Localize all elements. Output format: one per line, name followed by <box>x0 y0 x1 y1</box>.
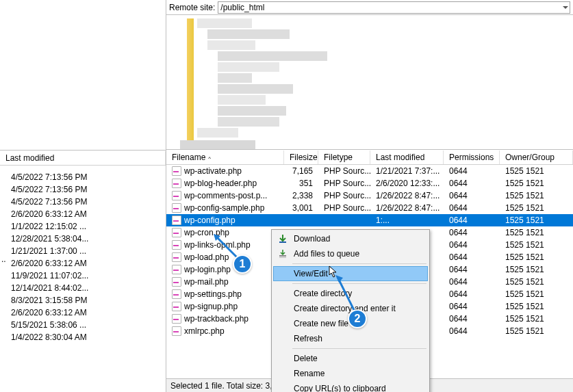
col-filetype[interactable]: Filetype <box>318 151 370 164</box>
list-item[interactable]: 5/15/2021 5:38:06 ... <box>0 319 166 331</box>
col-modified[interactable]: Last modified <box>370 151 444 164</box>
list-item[interactable]: 2/6/2020 6:33:12 AM <box>0 257 166 270</box>
menu-rename[interactable]: Rename <box>273 366 428 381</box>
remote-site-label: Remote site: <box>169 3 215 12</box>
annotation-badge-1: 1 <box>233 254 252 274</box>
list-item[interactable]: 4/5/2022 7:13:56 PM <box>0 183 166 196</box>
list-item[interactable]: 1/1/2022 12:15:02 ... <box>0 220 166 233</box>
annotation-arrow-2 <box>334 274 361 315</box>
list-item[interactable]: 8/3/2021 3:15:58 PM <box>0 294 166 306</box>
php-file-icon <box>172 215 181 225</box>
svg-rect-0 <box>279 241 286 243</box>
truncation-indicator: .. <box>1 254 6 264</box>
annotation-badge-2: 2 <box>348 309 367 328</box>
svg-rect-2 <box>279 257 286 258</box>
php-file-icon <box>172 179 181 188</box>
col-owner[interactable]: Owner/Group <box>500 151 573 164</box>
list-item[interactable]: 4/5/2022 7:13:56 PM <box>0 171 166 183</box>
list-item[interactable]: 1/4/2022 8:30:04 AM <box>0 331 166 343</box>
table-row[interactable]: wp-blog-header.php351PHP Sourc...2/6/202… <box>166 177 573 190</box>
list-item[interactable]: 2/6/2020 6:33:12 AM <box>0 208 166 220</box>
php-file-icon <box>172 289 181 299</box>
remote-path-input[interactable]: /public_html <box>218 1 570 14</box>
php-file-icon <box>172 240 181 250</box>
col-filename[interactable]: Filename^ <box>166 151 284 164</box>
menu-refresh[interactable]: Refresh <box>273 331 428 346</box>
col-perms[interactable]: Permissions <box>444 151 500 164</box>
table-row[interactable]: wp-comments-post.p...2,338PHP Sourc...1/… <box>166 190 573 202</box>
sort-asc-icon: ^ <box>208 155 211 161</box>
svg-rect-1 <box>279 255 286 257</box>
list-item[interactable]: 1/21/2021 1:37:00 ... <box>0 245 166 257</box>
php-file-icon <box>172 265 181 274</box>
col-filesize[interactable]: Filesize <box>284 151 318 164</box>
menu-download[interactable]: Download <box>273 231 428 246</box>
table-row[interactable]: wp-config-sample.php3,001PHP Sourc...1/2… <box>166 202 573 214</box>
list-item[interactable]: 11/9/2021 11:07:02... <box>0 270 166 282</box>
chevron-down-icon[interactable] <box>563 5 568 10</box>
list-item[interactable]: 12/14/2021 8:44:02... <box>0 282 166 294</box>
menu-add-queue[interactable]: Add files to queue <box>273 246 428 261</box>
queue-icon <box>277 248 288 259</box>
list-item[interactable]: 4/5/2022 7:13:56 PM <box>0 196 166 208</box>
php-file-icon <box>172 203 181 213</box>
download-icon <box>277 233 288 244</box>
php-file-icon <box>172 277 181 287</box>
remote-tree[interactable] <box>166 15 573 150</box>
php-file-icon <box>172 302 181 311</box>
php-file-icon <box>172 166 181 176</box>
remote-site-bar: Remote site: /public_html <box>166 0 573 15</box>
left-file-list: 4/5/2022 7:13:56 PM4/5/2022 7:13:56 PM4/… <box>0 166 166 343</box>
php-file-icon <box>172 191 181 200</box>
php-file-icon <box>172 252 181 262</box>
left-header[interactable]: Last modified <box>0 151 166 166</box>
cursor-icon <box>329 265 340 279</box>
list-item[interactable]: 2/6/2020 6:33:12 AM <box>0 306 166 319</box>
col-last-modified[interactable]: Last modified <box>0 151 166 165</box>
php-file-icon <box>172 314 181 324</box>
menu-copy-url[interactable]: Copy URL(s) to clipboard <box>273 381 428 392</box>
list-item[interactable]: 12/28/2021 5:38:04... <box>0 233 166 245</box>
right-header: Filename^ Filesize Filetype Last modifie… <box>166 150 573 165</box>
table-row[interactable]: wp-activate.php7,165PHP Sourc...1/21/202… <box>166 165 573 177</box>
php-file-icon <box>172 326 181 336</box>
svg-line-5 <box>338 277 355 311</box>
table-row[interactable]: wp-config.php1:...06441525 1521 <box>166 214 573 226</box>
menu-delete[interactable]: Delete <box>273 351 428 366</box>
php-file-icon <box>172 228 181 237</box>
